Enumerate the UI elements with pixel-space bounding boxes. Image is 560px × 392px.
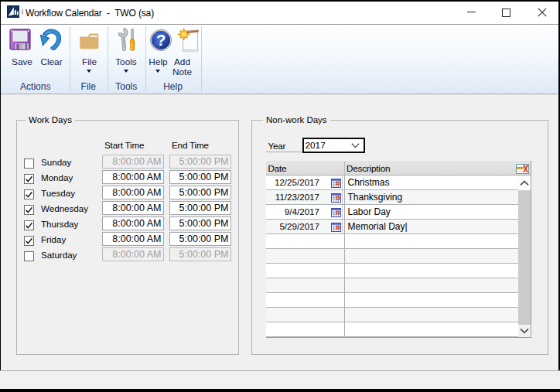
svg-text:?: ? [156,32,166,49]
